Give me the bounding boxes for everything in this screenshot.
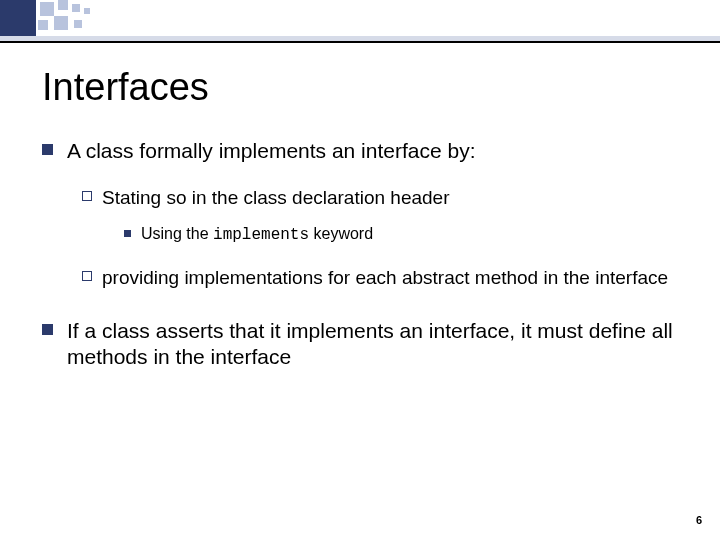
header-dark-square bbox=[0, 0, 36, 36]
small-square-bullet-icon bbox=[124, 230, 131, 237]
header-grid-pattern bbox=[36, 0, 124, 36]
hollow-square-bullet-icon bbox=[82, 191, 92, 201]
text-before-code: Using the bbox=[141, 225, 213, 242]
spacer bbox=[42, 304, 682, 318]
bullet-text: Using the implements keyword bbox=[141, 224, 373, 246]
bullet-text: A class formally implements an interface… bbox=[67, 138, 476, 164]
bullet-text: Stating so in the class declaration head… bbox=[102, 186, 450, 210]
square-bullet-icon bbox=[42, 324, 53, 335]
bullet-level1: If a class asserts that it implements an… bbox=[42, 318, 682, 371]
page-number: 6 bbox=[696, 514, 702, 526]
bullet-level3: Using the implements keyword bbox=[124, 224, 682, 246]
text-after-code: keyword bbox=[309, 225, 373, 242]
code-keyword: implements bbox=[213, 226, 309, 244]
header-divider-line bbox=[0, 41, 720, 43]
bullet-level2: providing implementations for each abstr… bbox=[82, 266, 682, 290]
bullet-text: If a class asserts that it implements an… bbox=[67, 318, 682, 371]
square-bullet-icon bbox=[42, 144, 53, 155]
bullet-text: providing implementations for each abstr… bbox=[102, 266, 668, 290]
bullet-level2: Stating so in the class declaration head… bbox=[82, 186, 682, 210]
bullet-level1: A class formally implements an interface… bbox=[42, 138, 682, 164]
slide-title: Interfaces bbox=[42, 66, 209, 109]
hollow-square-bullet-icon bbox=[82, 271, 92, 281]
slide-header-decoration bbox=[0, 0, 720, 42]
slide-body: A class formally implements an interface… bbox=[42, 138, 682, 392]
